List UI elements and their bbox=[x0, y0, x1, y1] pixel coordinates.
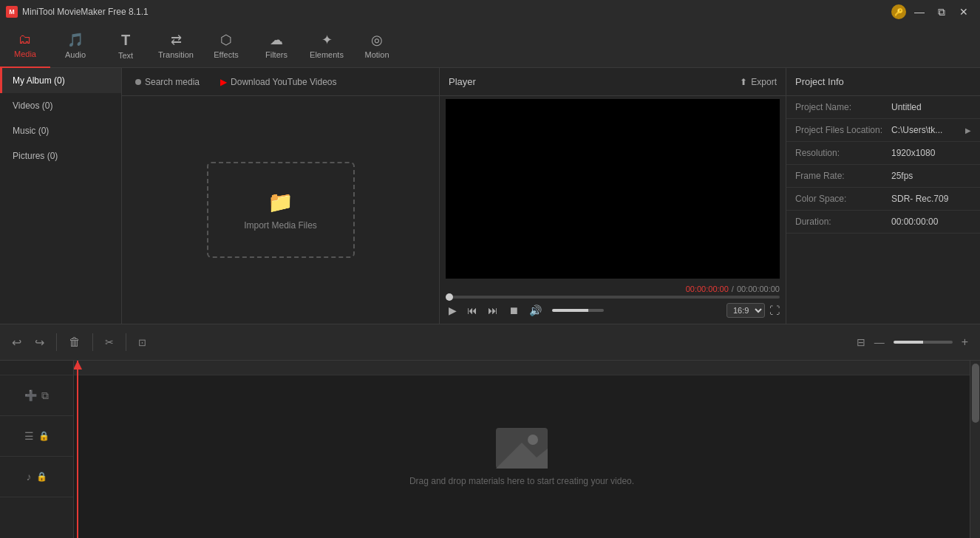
info-label-name: Project Name: bbox=[795, 102, 891, 112]
info-value-resolution: 1920x1080 bbox=[891, 148, 971, 158]
info-row-framerate: Frame Rate: 25fps bbox=[786, 165, 980, 188]
toolbar-label-media: Media bbox=[14, 50, 36, 58]
project-info-header: Project Info bbox=[786, 68, 980, 96]
youtube-icon: ▶ bbox=[220, 77, 227, 87]
skip-back-button[interactable]: ⏮ bbox=[464, 303, 480, 318]
total-time: 00:00:00:00 bbox=[737, 285, 780, 293]
info-row-location: Project Files Location: C:\Users\tk... ▶ bbox=[786, 119, 980, 142]
undo-button[interactable]: ↩ bbox=[7, 333, 26, 353]
audio-lock-icon[interactable]: 🔒 bbox=[36, 471, 47, 482]
fullscreen-button[interactable]: ⛶ bbox=[769, 304, 780, 316]
search-dot-icon bbox=[135, 79, 141, 85]
info-row-name: Project Name: Untitled bbox=[786, 96, 980, 119]
sidebar-item-myalbum[interactable]: My Album (0) bbox=[0, 68, 121, 93]
skip-forward-button[interactable]: ⏭ bbox=[485, 303, 501, 318]
main-content: My Album (0) Videos (0) Music (0) Pictur… bbox=[0, 68, 980, 324]
close-button[interactable]: ✕ bbox=[953, 4, 974, 20]
minimize-button[interactable]: — bbox=[909, 4, 930, 20]
aspect-ratio-select[interactable]: 16:9 4:3 1:1 9:16 bbox=[727, 303, 765, 318]
key-icon: 🔑 bbox=[891, 4, 906, 19]
add-video-track-icon[interactable]: ➕ bbox=[24, 389, 37, 401]
toolbar-label-text: Text bbox=[118, 51, 133, 60]
timeline-main: Drag and drop materials here to start cr… bbox=[74, 361, 970, 538]
sidebar-label-music: Music (0) bbox=[13, 126, 49, 136]
separator-2 bbox=[92, 333, 93, 351]
youtube-tab[interactable]: ▶ Download YouTube Videos bbox=[213, 74, 344, 90]
folder-icon: 📁 bbox=[268, 190, 293, 214]
toolbar-item-effects[interactable]: ⬡ Effects bbox=[201, 24, 251, 68]
track-label-subtitle: ☰ 🔒 bbox=[0, 416, 73, 457]
separator-3 bbox=[126, 333, 126, 351]
zoom-controls: ⊟ ― + bbox=[857, 333, 973, 352]
timeline-scrollbar[interactable] bbox=[970, 361, 980, 538]
play-button[interactable]: ▶ bbox=[446, 303, 460, 318]
zoom-out-button[interactable]: ― bbox=[870, 333, 889, 351]
sidebar-item-videos[interactable]: Videos (0) bbox=[0, 93, 121, 118]
info-label-framerate: Frame Rate: bbox=[795, 171, 891, 181]
crop-button[interactable]: ⊡ bbox=[134, 334, 151, 351]
toolbar-item-audio[interactable]: 🎵 Audio bbox=[50, 24, 101, 68]
search-media-tab[interactable]: Search media bbox=[128, 74, 207, 90]
progress-bar[interactable] bbox=[446, 296, 780, 299]
timeline: ➕ ⧉ ☰ 🔒 ♪ 🔒 Drag and drop materials here… bbox=[0, 361, 980, 538]
sidebar-item-music[interactable]: Music (0) bbox=[0, 118, 121, 143]
info-value-colorspace: SDR- Rec.709 bbox=[891, 194, 971, 204]
redo-button[interactable]: ↪ bbox=[30, 333, 49, 353]
toolbar-label-filters: Filters bbox=[265, 50, 287, 59]
audio-icon: 🎵 bbox=[67, 32, 84, 48]
player-header: Player ⬆ Export bbox=[440, 68, 786, 96]
info-value-name: Untitled bbox=[891, 102, 971, 112]
location-expand-button[interactable]: ▶ bbox=[965, 126, 971, 134]
import-label: Import Media Files bbox=[244, 220, 317, 231]
restore-button[interactable]: ⧉ bbox=[931, 4, 952, 20]
toolbar-item-transition[interactable]: ⇄ Transition bbox=[151, 24, 201, 68]
copy-track-icon[interactable]: ⧉ bbox=[41, 389, 49, 402]
toolbar-item-media[interactable]: 🗂 Media bbox=[0, 24, 50, 68]
scroll-thumb[interactable] bbox=[972, 364, 979, 423]
import-media-box[interactable]: 📁 Import Media Files bbox=[207, 162, 355, 258]
stop-button[interactable]: ⏹ bbox=[506, 303, 522, 318]
toolbar: 🗂 Media 🎵 Audio T Text ⇄ Transition ⬡ Ef… bbox=[0, 24, 980, 68]
info-label-colorspace: Color Space: bbox=[795, 194, 891, 204]
timeline-drop-area[interactable]: Drag and drop materials here to start cr… bbox=[74, 375, 970, 538]
effects-icon: ⬡ bbox=[220, 32, 232, 48]
info-label-resolution: Resolution: bbox=[795, 148, 891, 158]
zoom-in-button[interactable]: + bbox=[957, 333, 973, 352]
toolbar-item-text[interactable]: T Text bbox=[101, 24, 151, 68]
filters-icon: ☁ bbox=[270, 32, 283, 48]
info-value-location: C:\Users\tk... bbox=[891, 125, 965, 135]
zoom-slider[interactable] bbox=[894, 341, 953, 344]
info-row-resolution: Resolution: 1920x1080 bbox=[786, 142, 980, 165]
search-media-label: Search media bbox=[145, 77, 200, 87]
transition-icon: ⇄ bbox=[171, 32, 182, 48]
current-time: 00:00:00:00 bbox=[686, 285, 729, 293]
separator-1 bbox=[56, 333, 57, 351]
media-content: 📁 Import Media Files bbox=[122, 96, 439, 324]
cut-button[interactable]: ✂ bbox=[101, 333, 118, 351]
app-title: MiniTool MovieMaker Free 8.1.1 bbox=[22, 7, 891, 17]
drop-zone-image-icon bbox=[496, 428, 548, 469]
sidebar-label-videos: Videos (0) bbox=[13, 101, 52, 111]
volume-slider[interactable] bbox=[552, 309, 604, 312]
track-label-video: ➕ ⧉ bbox=[0, 375, 73, 416]
time-separator: / bbox=[732, 285, 734, 293]
motion-icon: ◎ bbox=[371, 32, 383, 48]
toolbar-item-elements[interactable]: ✦ Elements bbox=[302, 24, 352, 68]
track-labels: ➕ ⧉ ☰ 🔒 ♪ 🔒 bbox=[0, 361, 74, 538]
toolbar-label-motion: Motion bbox=[364, 50, 389, 59]
export-button[interactable]: ⬆ Export bbox=[740, 77, 777, 87]
info-value-framerate: 25fps bbox=[891, 171, 971, 181]
toolbar-item-filters[interactable]: ☁ Filters bbox=[251, 24, 302, 68]
info-label-duration: Duration: bbox=[795, 217, 891, 227]
app-icon: M bbox=[6, 6, 18, 18]
timeline-playhead bbox=[77, 361, 78, 538]
volume-button[interactable]: 🔊 bbox=[526, 303, 545, 318]
subtitle-lock-icon[interactable]: 🔒 bbox=[38, 431, 50, 441]
toolbar-item-motion[interactable]: ◎ Motion bbox=[352, 24, 402, 68]
sidebar-item-pictures[interactable]: Pictures (0) bbox=[0, 143, 121, 168]
zoom-out-icon: ⊟ bbox=[857, 336, 865, 348]
project-info-panel: Project Info Project Name: Untitled Proj… bbox=[786, 68, 980, 324]
progress-thumb bbox=[446, 293, 453, 301]
delete-button[interactable]: 🗑 bbox=[64, 333, 85, 352]
left-panel: My Album (0) Videos (0) Music (0) Pictur… bbox=[0, 68, 122, 324]
